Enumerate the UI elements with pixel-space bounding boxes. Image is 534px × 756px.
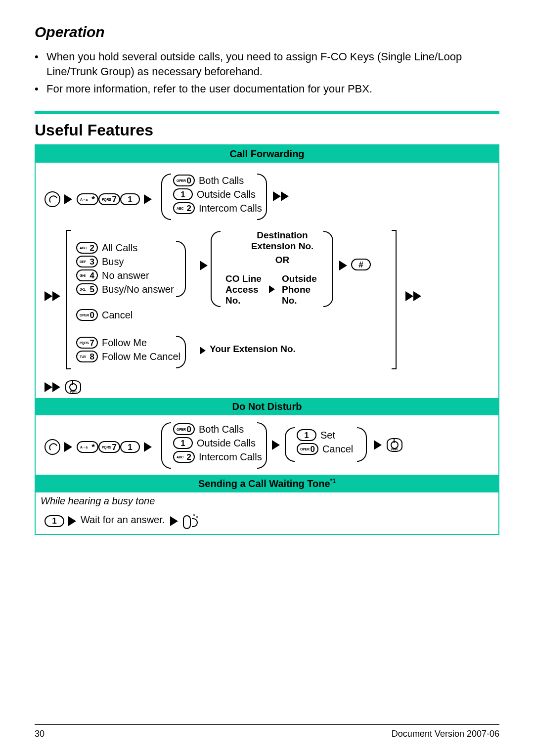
key-1: 1 <box>120 441 140 453</box>
opt-no-answer: No answer <box>102 270 149 281</box>
arrow-icon <box>339 261 347 270</box>
dest-title-2: Extension No. <box>230 241 334 252</box>
banner-call-waiting: Sending a Call Waiting Tone*1 <box>36 475 498 492</box>
brace-close-icon <box>176 336 186 368</box>
doc-version: Document Version 2007-06 <box>392 729 499 739</box>
key-7: PQRS7 <box>76 337 98 349</box>
talk-icon <box>183 512 199 530</box>
key-7: PQRS7 <box>98 441 120 453</box>
brace-close-icon <box>257 174 267 220</box>
opt-cancel: Cancel <box>322 444 353 455</box>
opt-follow-me: Follow Me <box>102 337 147 349</box>
key-1: 1 <box>44 515 64 527</box>
features-frame: Call Forwarding A→a*PQRS71 OPER0Both Cal… <box>35 144 499 535</box>
opt-busy: Busy <box>102 256 124 267</box>
opt-set: Set <box>320 430 335 441</box>
brace-close-icon <box>323 231 333 307</box>
section-title: Useful Features <box>35 121 499 139</box>
key-1: 1 <box>173 188 193 200</box>
arrow-icon <box>68 516 76 526</box>
key-4: GHI4 <box>76 269 98 281</box>
arrow-icon <box>273 191 281 201</box>
key-2: ABC2 <box>173 451 195 463</box>
page-title: Operation <box>35 24 499 41</box>
arrow-icon <box>170 516 178 526</box>
brace-open-icon <box>161 422 171 469</box>
outside-2: Phone <box>282 284 317 295</box>
brace-close-icon <box>257 422 267 469</box>
arrow-icon <box>272 440 280 450</box>
banner-do-not-disturb: Do Not Disturb <box>36 398 498 415</box>
power-icon: PWR <box>65 380 81 394</box>
key-7: PQRS7 <box>98 193 120 205</box>
page-footer: 30 Document Version 2007-06 <box>35 724 499 739</box>
dest-or: OR <box>230 255 334 266</box>
co-line-1: CO Line <box>225 273 262 284</box>
brace-close-icon <box>357 427 367 462</box>
banner-call-forwarding: Call Forwarding <box>36 145 498 163</box>
arrow-icon <box>413 291 421 301</box>
opt-both-calls: Both Calls <box>199 175 244 186</box>
opt-both-calls: Both Calls <box>199 424 244 435</box>
arrow-icon <box>144 194 152 204</box>
key-8: TUV8 <box>76 351 98 362</box>
key-1: 1 <box>120 193 140 205</box>
outside-1: Outside <box>282 273 317 284</box>
opt-cancel: Cancel <box>102 310 133 321</box>
key-0: OPER0 <box>173 175 195 186</box>
key-2: ABC2 <box>173 202 195 214</box>
key-0: OPER0 <box>297 443 318 455</box>
intro-bullets: •When you hold several outside calls, yo… <box>35 49 499 96</box>
your-extension-no: Your Extension No. <box>210 344 296 355</box>
arrow-icon <box>281 191 289 201</box>
opt-outside-calls: Outside Calls <box>197 438 256 449</box>
power-icon: PWR <box>387 438 402 452</box>
arrow-icon <box>374 440 382 450</box>
key-1: 1 <box>173 437 193 449</box>
key-3: DEF3 <box>76 256 98 267</box>
brace-open-icon <box>161 174 171 220</box>
co-line-2: Access <box>225 284 262 295</box>
arrow-icon <box>52 291 60 301</box>
arrow-icon <box>269 285 275 293</box>
key-2: ABC2 <box>76 242 98 254</box>
brace-open-icon <box>211 231 221 307</box>
bullet-2: For more information, refer to the user … <box>46 82 372 96</box>
key-0: OPER0 <box>173 423 195 435</box>
key-0: OPER0 <box>76 309 98 321</box>
bracket-open-icon <box>66 230 71 369</box>
key-hash: # <box>351 259 371 270</box>
cw-wait: Wait for an answer. <box>81 514 165 525</box>
bracket-close-icon <box>392 230 397 369</box>
opt-busy-no-answer: Busy/No answer <box>102 284 174 295</box>
key-5: JKL5 <box>76 283 98 295</box>
arrow-icon <box>405 291 413 301</box>
handset-icon <box>44 191 60 207</box>
opt-intercom-calls: Intercom Calls <box>199 451 262 463</box>
handset-icon <box>44 439 60 455</box>
arrow-icon <box>52 382 60 392</box>
bullet-1: When you hold several outside calls, you… <box>46 49 499 79</box>
arrow-icon <box>64 442 72 452</box>
arrow-icon <box>200 261 208 270</box>
arrow-icon <box>44 291 52 301</box>
brace-open-icon <box>285 427 295 462</box>
key-star: A→a* <box>77 441 98 453</box>
key-star: A→a* <box>77 193 98 205</box>
page-number: 30 <box>35 729 44 739</box>
opt-all-calls: All Calls <box>102 242 137 254</box>
section-divider <box>35 111 499 114</box>
opt-intercom-calls: Intercom Calls <box>199 203 262 214</box>
brace-close-icon <box>176 241 186 297</box>
arrow-icon <box>144 442 152 452</box>
opt-outside-calls: Outside Calls <box>197 189 256 200</box>
key-1: 1 <box>297 429 316 441</box>
arrow-icon <box>64 194 72 204</box>
opt-follow-me-cancel: Follow Me Cancel <box>102 351 180 362</box>
co-line-3: No. <box>225 295 262 306</box>
dest-title-1: Destination <box>230 230 334 241</box>
arrow-icon <box>44 382 52 392</box>
arrow-icon <box>200 347 206 355</box>
outside-3: No. <box>282 295 317 306</box>
cw-intro: While hearing a busy tone <box>41 495 155 507</box>
